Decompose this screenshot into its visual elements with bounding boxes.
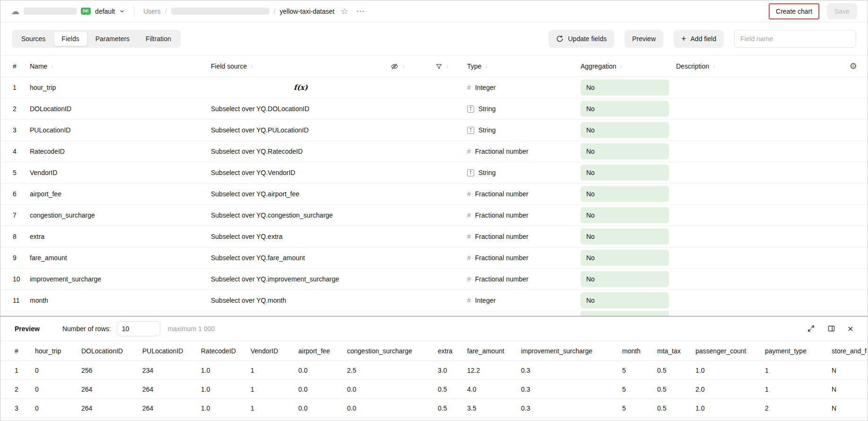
- workspace-name-blurred[interactable]: [24, 8, 77, 15]
- preview-cell: 1: [765, 367, 832, 374]
- close-preview-icon[interactable]: ×: [848, 324, 853, 333]
- eye-off-icon: [391, 62, 399, 70]
- col-header-source[interactable]: Field source↓: [211, 62, 391, 70]
- field-row[interactable]: 5VendorIDSubselect over YQ.VendorIDTStri…: [0, 162, 868, 184]
- more-options-icon[interactable]: ⋯: [356, 6, 365, 16]
- preview-cell: 1.0: [695, 404, 765, 412]
- preview-cell: 0.0: [298, 404, 347, 412]
- environment-selector[interactable]: default: [95, 8, 115, 15]
- field-name: extra: [30, 233, 211, 240]
- tab-filtration[interactable]: Filtration: [138, 32, 179, 46]
- breadcrumb-separator: /: [274, 8, 276, 15]
- breadcrumb-root[interactable]: Users: [143, 8, 161, 15]
- col-header-type[interactable]: Type↓: [467, 62, 581, 70]
- aggregation-select[interactable]: No: [581, 122, 669, 138]
- col-header-aggregation[interactable]: Aggregation↓: [581, 62, 676, 70]
- aggregation-select[interactable]: No: [581, 165, 669, 181]
- preview-cell: 1: [0, 367, 35, 374]
- preview-col-header: store_and_f: [832, 347, 868, 355]
- field-row[interactable]: 10improvement_surchargeSubselect over YQ…: [0, 269, 868, 290]
- preview-col-header: mta_tax: [657, 347, 695, 355]
- dock-preview-icon[interactable]: [827, 325, 835, 333]
- preview-cell: 0.3: [521, 404, 622, 412]
- field-name: hour_trip: [30, 84, 211, 91]
- table-settings-button[interactable]: ⚙: [837, 61, 868, 71]
- tabs: SourcesFieldsParametersFiltration: [12, 30, 181, 48]
- sort-icon: ↓: [712, 63, 715, 70]
- toolbar: SourcesFieldsParametersFiltration Update…: [0, 22, 868, 55]
- aggregation-select[interactable]: No: [581, 271, 669, 287]
- field-row[interactable]: 9fare_amountSubselect over YQ.fare_amoun…: [0, 247, 868, 269]
- update-fields-button[interactable]: Update fields: [548, 30, 614, 48]
- field-row[interactable]: 3PULocationIDSubselect over YQ.PULocatio…: [0, 120, 868, 141]
- field-name-search-input[interactable]: [734, 30, 856, 48]
- field-row[interactable]: 1hour_tripf(x)#IntegerNo: [0, 77, 868, 98]
- number-type-icon: #: [467, 233, 471, 240]
- breadcrumb-folder-blurred[interactable]: [171, 8, 269, 15]
- aggregation-select[interactable]: No: [581, 292, 669, 308]
- preview-toggle-button[interactable]: Preview: [625, 30, 663, 48]
- aggregation-select[interactable]: No: [581, 228, 669, 245]
- field-row[interactable]: 8extraSubselect over YQ.extra#Fractional…: [0, 226, 868, 247]
- chevron-down-icon[interactable]: [119, 9, 125, 14]
- field-type-label: Fractional number: [475, 148, 529, 155]
- preview-cell: 12.2: [467, 367, 521, 374]
- col-header-description[interactable]: Description↓: [676, 62, 837, 70]
- environment-badge: DE: [81, 8, 91, 15]
- aggregation-select[interactable]: No: [581, 79, 669, 96]
- aggregation-select[interactable]: No: [581, 186, 669, 202]
- field-name: fare_amount: [30, 254, 211, 262]
- tab-sources[interactable]: Sources: [14, 32, 53, 46]
- refresh-icon: [556, 35, 564, 43]
- field-type: #Integer: [467, 297, 581, 304]
- preview-cell: 1: [251, 404, 298, 412]
- col-header-name[interactable]: Name↓: [30, 62, 211, 70]
- preview-row: 202642641.010.00.00.54.00.350.52.01N: [0, 380, 868, 399]
- field-source: f(x): [211, 83, 391, 92]
- preview-rows: 102562341.010.02.53.012.20.350.51.01N202…: [0, 361, 868, 418]
- tab-parameters[interactable]: Parameters: [88, 32, 137, 46]
- field-row[interactable]: 11monthSubselect over YQ.month#IntegerNo: [0, 290, 868, 311]
- aggregation-select[interactable]: No: [581, 143, 669, 159]
- field-index: 6: [0, 190, 30, 198]
- save-button[interactable]: Save: [827, 3, 857, 19]
- preview-cell: 5: [622, 367, 657, 374]
- col-header-hidden[interactable]: ↓: [391, 62, 435, 70]
- field-index: 5: [0, 169, 30, 176]
- field-index: 8: [0, 233, 30, 240]
- preview-col-header: month: [622, 347, 657, 355]
- expand-preview-icon[interactable]: [807, 325, 815, 333]
- preview-cell: 1.0: [201, 404, 251, 412]
- field-row[interactable]: 6airport_feeSubselect over YQ.airport_fe…: [0, 184, 868, 205]
- aggregation-select[interactable]: No: [581, 207, 669, 223]
- sort-icon: ↓: [446, 63, 449, 70]
- tab-fields[interactable]: Fields: [54, 32, 87, 46]
- field-row[interactable]: 4RatecodeIDSubselect over YQ.RatecodeID#…: [0, 141, 868, 162]
- col-header-filter[interactable]: ↓: [435, 63, 467, 70]
- field-name: airport_fee: [30, 190, 211, 198]
- preview-cell: 264: [142, 386, 201, 393]
- preview-cell: 0.0: [347, 386, 438, 393]
- number-type-icon: #: [467, 275, 471, 283]
- field-name: improvement_surcharge: [30, 275, 211, 283]
- preview-controls: Preview Number of rows: maximum 1 000 ×: [0, 316, 868, 341]
- string-type-icon: T: [467, 169, 474, 176]
- plus-icon: +: [681, 35, 686, 43]
- create-chart-button[interactable]: Create chart: [769, 3, 819, 19]
- preview-cell: 264: [142, 404, 201, 412]
- sort-icon: ↓: [620, 63, 623, 70]
- field-row[interactable]: 7congestion_surchargeSubselect over YQ.c…: [0, 205, 868, 226]
- aggregation-select[interactable]: No: [581, 250, 669, 266]
- add-field-button[interactable]: + Add field: [674, 30, 724, 48]
- number-type-icon: #: [467, 297, 471, 304]
- fields-rows: 1hour_tripf(x)#IntegerNo2DOLocationIDSub…: [0, 77, 868, 311]
- field-row[interactable]: 2DOLocationIDSubselect over YQ.DOLocatio…: [0, 98, 868, 120]
- preview-cell: 1.0: [695, 367, 765, 374]
- field-source: Subselect over YQ.airport_fee: [211, 190, 391, 198]
- field-name: congestion_surcharge: [30, 211, 211, 219]
- favorite-star-icon[interactable]: ☆: [340, 6, 348, 17]
- rows-count-input[interactable]: [117, 321, 160, 336]
- aggregation-select[interactable]: No: [581, 101, 669, 117]
- preview-cell: 1.0: [201, 367, 251, 374]
- field-index: 1: [0, 84, 30, 91]
